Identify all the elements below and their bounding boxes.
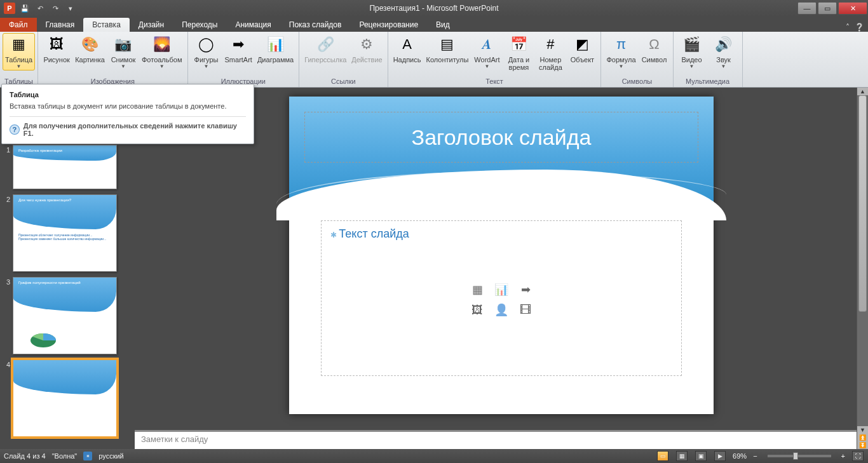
- slide-thumbnail[interactable]: Разработка презентации: [13, 145, 117, 189]
- scrollbar-thumb[interactable]: [858, 95, 867, 312]
- ribbon-group: 🎬Видео▼🔊Звук▼Мультимедиа: [674, 32, 743, 87]
- textbox-icon: A: [397, 34, 417, 55]
- ribbon-group-title: Мультимедиа: [676, 76, 740, 87]
- content-placeholder[interactable]: Текст слайда ▦ 📊 ➡ 🖼 👤 🎞: [321, 220, 682, 376]
- ribbon-audio-button[interactable]: 🔊Звук▼: [708, 33, 740, 70]
- ribbon-chart-button[interactable]: 📊Диаграмма: [255, 33, 296, 65]
- ribbon-button-label: SmartArt: [225, 56, 252, 64]
- tab-home[interactable]: Главная: [37, 18, 84, 32]
- ribbon-action-button[interactable]: ⚙Действие: [349, 33, 384, 65]
- ribbon-shapes-button[interactable]: ◯Фигуры▼: [191, 33, 222, 70]
- ribbon-group-title: Текст: [391, 76, 599, 87]
- close-button[interactable]: ✕: [838, 2, 867, 15]
- language-icon[interactable]: ✶: [83, 452, 92, 460]
- ribbon-wordart-button[interactable]: 𝑨WordArt▼: [471, 33, 503, 70]
- status-language[interactable]: русский: [98, 452, 123, 460]
- ribbon-button-label: Действие: [351, 56, 382, 64]
- view-sorter-button[interactable]: ▦: [676, 451, 688, 461]
- ribbon-photoalbum-button[interactable]: 🌄Фотоальбом▼: [139, 33, 185, 70]
- slide-thumbnail[interactable]: [13, 359, 117, 437]
- dropdown-icon: ▼: [484, 64, 489, 69]
- vertical-scrollbar[interactable]: ▲ ▼ ⏫ ⏬: [857, 88, 868, 449]
- zoom-level[interactable]: 69%: [733, 452, 747, 460]
- ribbon-equation-button[interactable]: πФормула▼: [604, 33, 638, 70]
- tab-transitions[interactable]: Переходы: [173, 18, 226, 32]
- scroll-down-icon[interactable]: ▼: [857, 426, 868, 434]
- insert-picture-icon[interactable]: 🖼: [467, 302, 487, 318]
- view-reading-button[interactable]: ▣: [695, 451, 707, 461]
- ribbon-object-button[interactable]: ◩Объект: [566, 33, 598, 65]
- ribbon-headerfooter-button[interactable]: ▤Колонтитулы: [423, 33, 471, 65]
- tab-design[interactable]: Дизайн: [130, 18, 173, 32]
- tab-animation[interactable]: Анимация: [226, 18, 280, 32]
- headerfooter-icon: ▤: [437, 34, 458, 55]
- thumbnail-row: 1Разработка презентации: [1, 145, 128, 189]
- ribbon-smartart-button[interactable]: ➡SmartArt: [222, 33, 255, 65]
- prev-slide-icon[interactable]: ⏫: [857, 434, 868, 441]
- hyperlink-icon: 🔗: [315, 34, 336, 55]
- ribbon-clipart-button[interactable]: 🎨Картинка: [72, 33, 107, 65]
- zoom-slider[interactable]: [768, 455, 831, 457]
- tab-review[interactable]: Рецензирование: [350, 18, 427, 32]
- fit-to-window-button[interactable]: ⛶: [852, 451, 864, 461]
- undo-icon[interactable]: ↶: [33, 2, 47, 15]
- zoom-in-button[interactable]: +: [841, 452, 845, 460]
- ribbon-group: AНадпись▤Колонтитулы𝑨WordArt▼📅Дата и вре…: [388, 32, 602, 87]
- scroll-up-icon[interactable]: ▲: [857, 88, 868, 95]
- insert-clipart-icon[interactable]: 👤: [491, 302, 512, 318]
- slide[interactable]: Заголовок слайда Текст слайда ▦ 📊 ➡ 🖼 👤 …: [289, 97, 714, 414]
- notes-pane[interactable]: Заметки к слайду: [135, 430, 857, 449]
- window-controls: — ▭ ✕: [797, 1, 868, 15]
- ribbon-symbol-button[interactable]: ΩСимвол: [639, 33, 670, 65]
- insert-chart-icon[interactable]: 📊: [491, 281, 512, 298]
- ribbon-button-label: WordArt: [474, 56, 499, 64]
- view-normal-button[interactable]: ▭: [657, 451, 668, 461]
- ribbon-button-label: Символ: [642, 56, 667, 64]
- picture-icon: 🖼: [46, 34, 67, 55]
- thumbnail-row: 3График популярности презентаций: [1, 277, 128, 354]
- zoom-out-button[interactable]: −: [753, 452, 757, 460]
- ribbon-button-label: Формула: [606, 56, 635, 64]
- redo-icon[interactable]: ↷: [48, 2, 62, 15]
- ribbon-button-label: Фотоальбом: [142, 56, 182, 64]
- qat-dropdown-icon[interactable]: ▾: [64, 2, 78, 15]
- save-icon[interactable]: 💾: [18, 2, 32, 15]
- ribbon: ▦Таблица▼Таблицы🖼Рисунок🎨Картинка📷Снимок…: [0, 32, 868, 88]
- help-icon[interactable]: ❔: [855, 23, 864, 32]
- insert-smartart-icon[interactable]: ➡: [515, 281, 536, 298]
- minimize-button[interactable]: —: [797, 2, 817, 15]
- ribbon-table-button[interactable]: ▦Таблица▼: [3, 33, 35, 70]
- tab-insert[interactable]: Вставка: [83, 18, 130, 32]
- tab-file[interactable]: Файл: [0, 18, 37, 32]
- next-slide-icon[interactable]: ⏬: [857, 441, 868, 449]
- ribbon-minimize-icon[interactable]: ˄: [846, 23, 850, 32]
- insert-table-icon[interactable]: ▦: [467, 281, 487, 298]
- tooltip-body: Вставка таблицы в документ или рисование…: [10, 102, 246, 110]
- ribbon-slidenum-button[interactable]: #Номер слайда: [534, 33, 566, 72]
- ribbon-hyperlink-button[interactable]: 🔗Гиперссылка: [302, 33, 349, 65]
- maximize-button[interactable]: ▭: [818, 2, 837, 15]
- ribbon-screenshot-button[interactable]: 📷Снимок▼: [107, 33, 139, 70]
- tab-slideshow[interactable]: Показ слайдов: [280, 18, 351, 32]
- dropdown-icon: ▼: [619, 64, 624, 69]
- notes-placeholder: Заметки к слайду: [141, 434, 208, 444]
- insert-media-icon[interactable]: 🎞: [515, 302, 536, 318]
- zoom-handle[interactable]: [793, 452, 798, 460]
- title-placeholder[interactable]: Заголовок слайда: [304, 112, 698, 163]
- ribbon-button-label: Колонтитулы: [426, 56, 468, 64]
- shapes-icon: ◯: [196, 34, 217, 55]
- view-slideshow-button[interactable]: ▶: [714, 451, 726, 461]
- ribbon-video-button[interactable]: 🎬Видео▼: [676, 33, 708, 70]
- slide-thumbnail[interactable]: Для чего нужна презентация?Презентация о…: [13, 194, 117, 272]
- tab-view[interactable]: Вид: [427, 18, 459, 32]
- photoalbum-icon: 🌄: [152, 34, 172, 55]
- status-theme: "Волна": [52, 452, 78, 460]
- ribbon-textbox-button[interactable]: AНадпись: [391, 33, 424, 65]
- slide-thumbnail[interactable]: График популярности презентаций: [13, 277, 117, 354]
- ribbon-picture-button[interactable]: 🖼Рисунок: [41, 33, 72, 65]
- smartart-icon: ➡: [228, 34, 248, 55]
- tooltip-title: Таблица: [10, 91, 246, 98]
- ribbon-group: ◯Фигуры▼➡SmartArt📊ДиаграммаИллюстрации: [188, 32, 300, 87]
- ribbon-datetime-button[interactable]: 📅Дата и время: [503, 33, 534, 72]
- app-icon[interactable]: P: [3, 2, 17, 15]
